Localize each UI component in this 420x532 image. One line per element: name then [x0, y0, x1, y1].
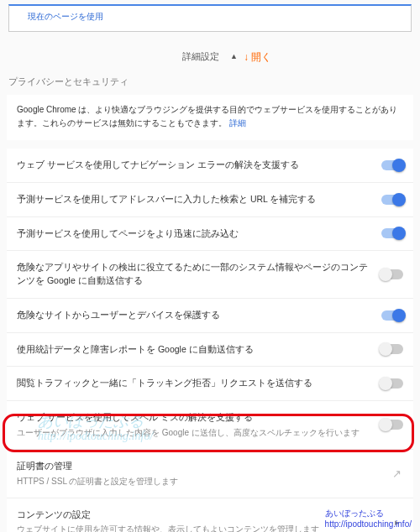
- settings-list: ウェブ サービスを使用してナビゲーション エラーの解決を支援する予測サービスを使…: [7, 149, 413, 532]
- row-title: 危険なサイトからユーザーとデバイスを保護する: [17, 309, 371, 322]
- row-title: コンテンツの設定: [17, 509, 371, 522]
- settings-row[interactable]: ウェブ サービスを使用してナビゲーション エラーの解決を支援する: [7, 149, 413, 183]
- external-link-icon: ↗: [392, 467, 402, 480]
- chevron-up-icon: ▲: [230, 52, 238, 60]
- settings-row[interactable]: 危険なアプリやサイトの検出に役立てるために一部のシステム情報やページのコンテンツ…: [7, 251, 413, 299]
- toggle-knob: [379, 418, 392, 431]
- credit-line2: http://ipodtouching.info/: [325, 519, 412, 529]
- row-title: 証明書の管理: [17, 460, 371, 473]
- top-action-bar: 現在のページを使用: [8, 4, 412, 32]
- annotation-open-hint: ↓ 開く: [244, 50, 271, 65]
- toggle-switch[interactable]: [381, 269, 403, 279]
- toggle-switch[interactable]: [381, 195, 403, 205]
- intro-text: Google Chrome は、より快適なブラウジングを提供する目的でウェブサー…: [17, 105, 397, 128]
- settings-row[interactable]: ウェブ サービスを使用してスペル ミスの解決を支援するユーザーがブラウザに入力し…: [7, 401, 413, 450]
- toggle-switch[interactable]: [381, 420, 403, 430]
- toggle-switch[interactable]: [381, 378, 403, 389]
- intro-details-link[interactable]: 詳細: [229, 118, 246, 128]
- toggle-switch[interactable]: [381, 310, 403, 321]
- row-title: ウェブ サービスを使用してナビゲーション エラーの解決を支援する: [17, 159, 371, 172]
- row-title: 使用統計データと障害レポートを Google に自動送信する: [17, 343, 371, 357]
- use-current-page-link[interactable]: 現在のページを使用: [28, 12, 103, 21]
- advanced-label: 詳細設定: [182, 50, 219, 63]
- row-title: 予測サービスを使用してページをより迅速に読み込む: [17, 227, 371, 241]
- intro-card: Google Chrome は、より快適なブラウジングを提供する目的でウェブサー…: [7, 95, 413, 140]
- section-privacy-security: プライバシーとセキュリティ: [0, 71, 420, 95]
- toggle-knob: [392, 227, 406, 240]
- row-title: 予測サービスを使用してアドレスバーに入力した検索と URL を補完する: [17, 193, 371, 206]
- toggle-knob: [392, 159, 406, 172]
- row-subtitle: ユーザーがブラウザに入力した内容を Google に送信し、高度なスペルチェック…: [17, 427, 371, 439]
- settings-row[interactable]: 閲覧トラフィックと一緒に「トラッキング拒否」リクエストを送信する: [7, 367, 413, 401]
- row-title: 危険なアプリやサイトの検出に役立てるために一部のシステム情報やページのコンテンツ…: [17, 261, 371, 288]
- settings-row[interactable]: 予測サービスを使用してアドレスバーに入力した検索と URL を補完する: [7, 183, 413, 217]
- settings-row[interactable]: 予測サービスを使用してページをより迅速に読み込む: [7, 217, 413, 252]
- toggle-knob: [392, 193, 406, 206]
- toggle-switch[interactable]: [381, 160, 403, 170]
- row-subtitle: HTTPS / SSL の証明書と設定を管理します: [17, 476, 371, 488]
- toggle-knob: [379, 268, 392, 281]
- toggle-knob: [379, 342, 392, 356]
- settings-row[interactable]: 証明書の管理HTTPS / SSL の証明書と設定を管理します↗: [7, 450, 413, 498]
- toggle-switch[interactable]: [381, 228, 403, 238]
- footer-credit: あいぼったぶる http://ipodtouching.info/: [325, 508, 412, 529]
- toggle-knob: [379, 377, 392, 390]
- toggle-switch[interactable]: [381, 344, 403, 354]
- toggle-knob: [392, 309, 406, 322]
- settings-row[interactable]: 使用統計データと障害レポートを Google に自動送信する: [7, 333, 413, 368]
- row-title: 閲覧トラフィックと一緒に「トラッキング拒否」リクエストを送信する: [17, 377, 371, 390]
- row-subtitle: ウェブサイトに使用を許可する情報や、表示してもよいコンテンツを管理します: [17, 524, 371, 532]
- row-title: ウェブ サービスを使用してスペル ミスの解決を支援する: [17, 411, 371, 425]
- advanced-settings-header[interactable]: 詳細設定 ▲ ↓ 開く: [0, 32, 420, 71]
- credit-line1: あいぼったぶる: [325, 508, 412, 519]
- settings-row[interactable]: 危険なサイトからユーザーとデバイスを保護する: [7, 299, 413, 333]
